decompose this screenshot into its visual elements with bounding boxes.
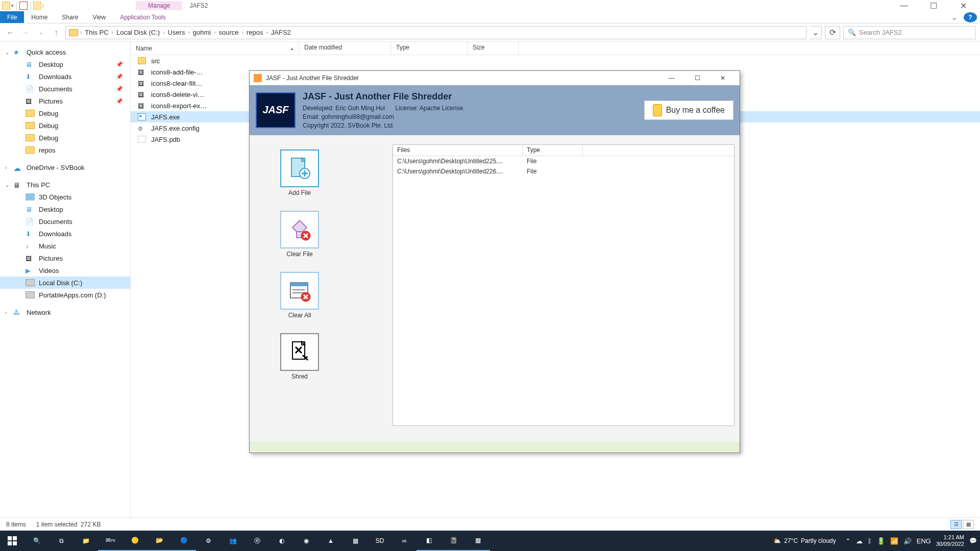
chevron-up-icon[interactable]: ⌃	[845, 537, 851, 545]
taskbar-app-generic6[interactable]: ◧	[416, 531, 441, 551]
help-button[interactable]: ?	[964, 12, 977, 22]
sidebar-network[interactable]: ›Network	[0, 306, 130, 318]
volume-icon[interactable]: 🔊	[903, 537, 912, 545]
sidebar-item[interactable]: Debug	[0, 132, 130, 144]
recent-dropdown-icon[interactable]: ⌄	[35, 27, 47, 39]
add-file-button[interactable]: Add File	[280, 149, 319, 196]
taskbar-app-mail[interactable]: ✉79	[98, 531, 122, 551]
jasf-file-list[interactable]: Files Type C:\Users\gohmi\Desktop\Untitl…	[393, 144, 734, 426]
sidebar-item[interactable]: Pictures	[0, 252, 130, 264]
sidebar-item[interactable]: Downloads📌	[0, 70, 130, 83]
sidebar-item[interactable]: Desktop📌	[0, 58, 130, 70]
refresh-button[interactable]: ⟳	[825, 26, 840, 39]
bluetooth-icon[interactable]: ᛒ	[868, 537, 872, 545]
ribbon-collapse-icon[interactable]: ⌄	[946, 11, 962, 23]
tab-view[interactable]: View	[85, 11, 113, 23]
breadcrumb[interactable]: Users	[167, 29, 186, 36]
back-button[interactable]: ←	[4, 27, 16, 39]
column-files[interactable]: Files	[393, 145, 523, 156]
sidebar-item[interactable]: Videos	[0, 264, 130, 277]
sidebar-item[interactable]: 3D Objects	[0, 191, 130, 203]
clear-file-button[interactable]: Clear File	[280, 211, 319, 258]
jasf-list-row[interactable]: C:\Users\gohmi\Desktop\Untitled226....Fi…	[393, 166, 734, 177]
taskbar-app-teams[interactable]: 👥	[220, 531, 245, 551]
folder-icon[interactable]	[2, 2, 10, 10]
jasf-title-bar[interactable]: JASF - Just Another File Shredder — ☐ ✕	[250, 71, 740, 85]
taskbar-app-explorer2[interactable]: 📂	[147, 531, 172, 551]
maximize-button[interactable]: ☐	[684, 72, 710, 84]
sidebar-item[interactable]: Local Disk (C:)	[0, 277, 130, 289]
system-tray[interactable]: ⌃ ☁ ᛒ 🔋 📶 🔊 ENG	[845, 537, 931, 545]
forward-button[interactable]: →	[19, 27, 32, 39]
search-input[interactable]: 🔍 Search JAFS2	[843, 26, 976, 39]
sidebar-item[interactable]: Pictures📌	[0, 95, 130, 107]
breadcrumb[interactable]: gohmi	[192, 29, 212, 36]
language-indicator[interactable]: ENG	[917, 537, 931, 545]
wifi-icon[interactable]: 📶	[890, 537, 898, 545]
minimize-button[interactable]: —	[889, 1, 919, 11]
sidebar-item[interactable]: Documents	[0, 215, 130, 228]
taskbar-app-edge[interactable]: 🔵	[172, 531, 196, 551]
close-button[interactable]: ✕	[948, 1, 978, 11]
folder-icon[interactable]	[33, 2, 41, 10]
sidebar-item[interactable]: Debug	[0, 107, 130, 119]
column-type[interactable]: Type	[523, 145, 583, 156]
taskbar-app-explorer[interactable]: 📁	[74, 531, 98, 551]
minimize-button[interactable]: —	[659, 72, 684, 84]
taskbar-app-steam[interactable]: ⚙	[196, 531, 220, 551]
column-headers[interactable]: Name ▴ Date modified Type Size	[131, 42, 980, 55]
clear-all-button[interactable]: Clear All	[280, 272, 319, 319]
sidebar-this-pc[interactable]: ⌄This PC	[0, 179, 130, 191]
sidebar-item[interactable]: Documents📌	[0, 83, 130, 95]
weather-widget[interactable]: ⛅ 27°C Partly cloudy	[773, 537, 836, 544]
sidebar-item[interactable]: PortableApps.com (D:)	[0, 289, 130, 301]
sidebar-item[interactable]: Downloads	[0, 228, 130, 240]
tab-file[interactable]: File	[0, 11, 24, 23]
qat-dropdown-icon[interactable]: ▾	[11, 3, 14, 8]
qat-overflow-icon[interactable]: ⁝	[42, 3, 44, 9]
search-button[interactable]: 🔍	[24, 531, 49, 551]
properties-icon[interactable]	[19, 2, 28, 10]
close-button[interactable]: ✕	[710, 72, 736, 84]
buy-me-a-coffee-button[interactable]: Buy me a coffee	[644, 101, 733, 120]
maximize-button[interactable]: ☐	[919, 1, 948, 11]
file-row[interactable]: src	[131, 55, 980, 66]
sidebar-quick-access[interactable]: ⌄Quick access	[0, 46, 130, 58]
contextual-tab-manage[interactable]: Manage	[136, 1, 182, 10]
details-view-button[interactable]: ☰	[950, 520, 962, 529]
breadcrumb[interactable]: source	[218, 29, 240, 36]
sidebar-item[interactable]: repos	[0, 144, 130, 156]
taskbar-app-ie[interactable]: ⓔ	[245, 531, 270, 551]
tab-home[interactable]: Home	[24, 11, 55, 23]
taskbar-app-jasf[interactable]: ▦	[465, 531, 490, 551]
taskbar-app-generic4[interactable]: ▦	[343, 531, 368, 551]
breadcrumb[interactable]: repos	[246, 29, 264, 36]
address-bar[interactable]: › This PC› Local Disk (C:)› Users› gohmi…	[65, 26, 806, 39]
start-button[interactable]	[0, 531, 24, 551]
tab-share[interactable]: Share	[55, 11, 85, 23]
sidebar-item[interactable]: Music	[0, 240, 130, 252]
address-history-icon[interactable]: ⌄	[810, 26, 822, 39]
taskbar-app-generic7[interactable]: 📓	[441, 531, 465, 551]
taskbar-app-generic3[interactable]: ▲	[318, 531, 343, 551]
taskbar-app-vs[interactable]: ∞	[392, 531, 416, 551]
task-view-button[interactable]: ⧉	[49, 531, 74, 551]
taskbar-app-generic1[interactable]: ◐	[270, 531, 294, 551]
taskbar-app-generic5[interactable]: SD	[368, 531, 392, 551]
breadcrumb[interactable]: JAFS2	[270, 29, 292, 36]
breadcrumb[interactable]: Local Disk (C:)	[115, 29, 161, 36]
up-button[interactable]: ↑	[50, 27, 62, 39]
breadcrumb[interactable]: This PC	[84, 29, 109, 36]
clock[interactable]: 1:21 AM 30/09/2022	[936, 534, 964, 547]
sidebar-item[interactable]: Desktop	[0, 203, 130, 215]
notifications-icon[interactable]: 💬	[969, 537, 977, 544]
taskbar-app-chrome[interactable]: 🟡	[122, 531, 147, 551]
taskbar-app-generic2[interactable]: ◉	[294, 531, 318, 551]
sidebar-item[interactable]: Debug	[0, 119, 130, 132]
onedrive-icon[interactable]: ☁	[856, 537, 863, 545]
battery-icon[interactable]: 🔋	[877, 537, 885, 545]
tab-application-tools[interactable]: Application Tools	[113, 11, 173, 23]
sidebar-onedrive[interactable]: ›OneDrive - SVBook	[0, 161, 130, 173]
thumbnails-view-button[interactable]: ▦	[963, 520, 974, 529]
shred-button[interactable]: Shred	[280, 333, 319, 380]
